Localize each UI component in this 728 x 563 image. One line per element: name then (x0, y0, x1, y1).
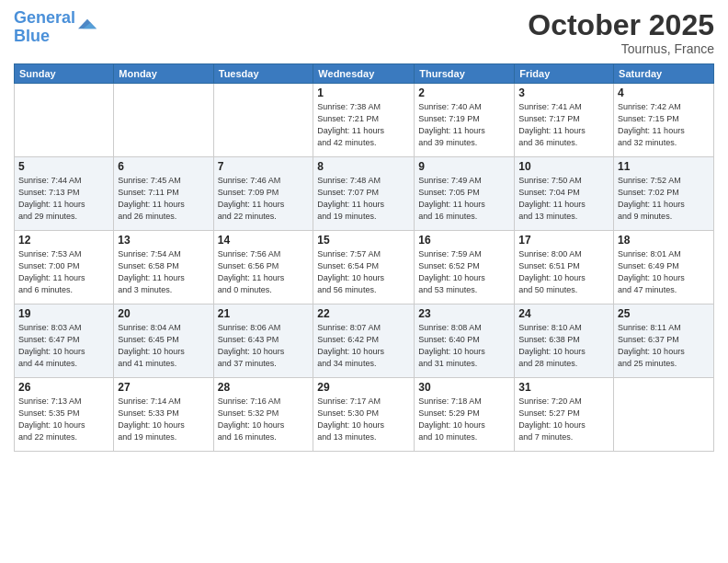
table-row: 20Sunrise: 8:04 AM Sunset: 6:45 PM Dayli… (114, 304, 213, 378)
table-row: 26Sunrise: 7:13 AM Sunset: 5:35 PM Dayli… (15, 378, 114, 452)
day-info: Sunrise: 7:46 AM Sunset: 7:09 PM Dayligh… (218, 175, 310, 223)
table-row: 1Sunrise: 7:38 AM Sunset: 7:21 PM Daylig… (313, 84, 415, 157)
table-row: 27Sunrise: 7:14 AM Sunset: 5:33 PM Dayli… (114, 378, 213, 452)
table-row: 29Sunrise: 7:17 AM Sunset: 5:30 PM Dayli… (313, 378, 415, 452)
day-info: Sunrise: 7:38 AM Sunset: 7:21 PM Dayligh… (317, 101, 410, 149)
day-info: Sunrise: 8:06 AM Sunset: 6:43 PM Dayligh… (218, 322, 310, 370)
table-row (213, 84, 313, 157)
day-info: Sunrise: 7:48 AM Sunset: 7:07 PM Dayligh… (317, 175, 410, 223)
header: General Blue October 2025 Tournus, Franc… (14, 9, 714, 56)
col-monday: Monday (114, 64, 213, 84)
table-row: 5Sunrise: 7:44 AM Sunset: 7:13 PM Daylig… (15, 157, 114, 231)
table-row: 13Sunrise: 7:54 AM Sunset: 6:58 PM Dayli… (114, 231, 213, 304)
day-info: Sunrise: 7:56 AM Sunset: 6:56 PM Dayligh… (218, 248, 310, 296)
day-number: 23 (418, 307, 510, 320)
day-number: 4 (618, 86, 710, 99)
day-info: Sunrise: 8:10 AM Sunset: 6:38 PM Dayligh… (518, 322, 609, 370)
calendar-week-2: 5Sunrise: 7:44 AM Sunset: 7:13 PM Daylig… (15, 157, 714, 231)
day-number: 20 (118, 307, 209, 320)
day-info: Sunrise: 8:07 AM Sunset: 6:42 PM Dayligh… (317, 322, 410, 370)
day-number: 17 (518, 234, 609, 247)
day-number: 12 (18, 234, 109, 247)
calendar-week-1: 1Sunrise: 7:38 AM Sunset: 7:21 PM Daylig… (15, 84, 714, 157)
calendar-week-5: 26Sunrise: 7:13 AM Sunset: 5:35 PM Dayli… (15, 378, 714, 452)
day-number: 10 (518, 160, 609, 173)
day-info: Sunrise: 7:54 AM Sunset: 6:58 PM Dayligh… (118, 248, 209, 296)
table-row: 2Sunrise: 7:40 AM Sunset: 7:19 PM Daylig… (415, 84, 515, 157)
table-row: 31Sunrise: 7:20 AM Sunset: 5:27 PM Dayli… (515, 378, 614, 452)
logo: General Blue (14, 9, 97, 46)
day-number: 31 (518, 381, 609, 394)
table-row: 30Sunrise: 7:18 AM Sunset: 5:29 PM Dayli… (415, 378, 515, 452)
month-title-block: October 2025 Tournus, France (528, 9, 714, 56)
day-number: 24 (518, 307, 609, 320)
day-number: 19 (18, 307, 109, 320)
day-number: 28 (218, 381, 310, 394)
day-number: 27 (118, 381, 209, 394)
day-info: Sunrise: 7:17 AM Sunset: 5:30 PM Dayligh… (317, 396, 410, 443)
table-row: 24Sunrise: 8:10 AM Sunset: 6:38 PM Dayli… (515, 304, 614, 378)
day-number: 5 (18, 160, 109, 173)
calendar-week-3: 12Sunrise: 7:53 AM Sunset: 7:00 PM Dayli… (15, 231, 714, 304)
table-row (114, 84, 213, 157)
day-number: 29 (317, 381, 410, 394)
col-sunday: Sunday (15, 64, 114, 84)
day-number: 26 (18, 381, 109, 394)
day-number: 6 (118, 160, 209, 173)
table-row (614, 378, 714, 452)
table-row: 25Sunrise: 8:11 AM Sunset: 6:37 PM Dayli… (614, 304, 714, 378)
day-info: Sunrise: 7:16 AM Sunset: 5:32 PM Dayligh… (218, 396, 310, 443)
day-number: 8 (317, 160, 410, 173)
day-number: 3 (518, 86, 609, 99)
table-row: 14Sunrise: 7:56 AM Sunset: 6:56 PM Dayli… (213, 231, 313, 304)
day-info: Sunrise: 7:18 AM Sunset: 5:29 PM Dayligh… (418, 396, 510, 443)
day-info: Sunrise: 7:59 AM Sunset: 6:52 PM Dayligh… (418, 248, 510, 296)
col-saturday: Saturday (614, 64, 714, 84)
table-row (15, 84, 114, 157)
logo-blue: Blue (14, 27, 50, 45)
table-row: 11Sunrise: 7:52 AM Sunset: 7:02 PM Dayli… (614, 157, 714, 231)
table-row: 4Sunrise: 7:42 AM Sunset: 7:15 PM Daylig… (614, 84, 714, 157)
calendar-header-row: Sunday Monday Tuesday Wednesday Thursday… (15, 64, 714, 84)
day-info: Sunrise: 7:40 AM Sunset: 7:19 PM Dayligh… (418, 101, 510, 149)
day-number: 22 (317, 307, 410, 320)
day-number: 11 (618, 160, 710, 173)
day-info: Sunrise: 7:13 AM Sunset: 5:35 PM Dayligh… (18, 396, 109, 443)
day-info: Sunrise: 8:08 AM Sunset: 6:40 PM Dayligh… (418, 322, 510, 370)
table-row: 17Sunrise: 8:00 AM Sunset: 6:51 PM Dayli… (515, 231, 614, 304)
day-info: Sunrise: 7:44 AM Sunset: 7:13 PM Dayligh… (18, 175, 109, 223)
day-number: 15 (317, 234, 410, 247)
table-row: 15Sunrise: 7:57 AM Sunset: 6:54 PM Dayli… (313, 231, 415, 304)
table-row: 6Sunrise: 7:45 AM Sunset: 7:11 PM Daylig… (114, 157, 213, 231)
col-thursday: Thursday (415, 64, 515, 84)
day-number: 25 (618, 307, 710, 320)
day-info: Sunrise: 8:01 AM Sunset: 6:49 PM Dayligh… (618, 248, 710, 296)
day-info: Sunrise: 7:41 AM Sunset: 7:17 PM Dayligh… (518, 101, 609, 149)
day-info: Sunrise: 7:45 AM Sunset: 7:11 PM Dayligh… (118, 175, 209, 223)
logo-icon (78, 15, 97, 33)
day-info: Sunrise: 7:57 AM Sunset: 6:54 PM Dayligh… (317, 248, 410, 296)
table-row: 19Sunrise: 8:03 AM Sunset: 6:47 PM Dayli… (15, 304, 114, 378)
table-row: 18Sunrise: 8:01 AM Sunset: 6:49 PM Dayli… (614, 231, 714, 304)
calendar: Sunday Monday Tuesday Wednesday Thursday… (14, 63, 714, 452)
day-number: 18 (618, 234, 710, 247)
day-info: Sunrise: 8:04 AM Sunset: 6:45 PM Dayligh… (118, 322, 209, 370)
day-info: Sunrise: 7:53 AM Sunset: 7:00 PM Dayligh… (18, 248, 109, 296)
day-number: 30 (418, 381, 510, 394)
table-row: 16Sunrise: 7:59 AM Sunset: 6:52 PM Dayli… (415, 231, 515, 304)
day-number: 7 (218, 160, 310, 173)
day-number: 13 (118, 234, 209, 247)
day-number: 1 (317, 86, 410, 99)
day-info: Sunrise: 8:00 AM Sunset: 6:51 PM Dayligh… (518, 248, 609, 296)
table-row: 10Sunrise: 7:50 AM Sunset: 7:04 PM Dayli… (515, 157, 614, 231)
day-info: Sunrise: 7:50 AM Sunset: 7:04 PM Dayligh… (518, 175, 609, 223)
table-row: 28Sunrise: 7:16 AM Sunset: 5:32 PM Dayli… (213, 378, 313, 452)
day-number: 2 (418, 86, 510, 99)
day-info: Sunrise: 8:03 AM Sunset: 6:47 PM Dayligh… (18, 322, 109, 370)
col-wednesday: Wednesday (313, 64, 415, 84)
table-row: 7Sunrise: 7:46 AM Sunset: 7:09 PM Daylig… (213, 157, 313, 231)
day-number: 16 (418, 234, 510, 247)
table-row: 22Sunrise: 8:07 AM Sunset: 6:42 PM Dayli… (313, 304, 415, 378)
location: Tournus, France (528, 41, 714, 56)
day-info: Sunrise: 7:20 AM Sunset: 5:27 PM Dayligh… (518, 396, 609, 443)
